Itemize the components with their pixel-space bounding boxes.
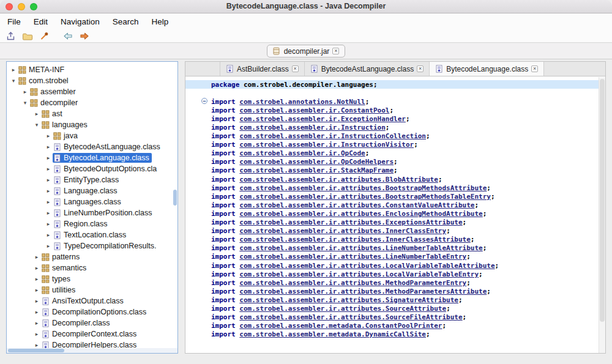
chevron-right-icon[interactable]: ▸ [44, 243, 53, 249]
jar-tab[interactable]: decompiler.jar × [267, 45, 346, 58]
chevron-right-icon[interactable]: ▸ [32, 342, 41, 348]
editor-tab-BytecodeLanguage.class[interactable]: BytecodeLanguage.class× [430, 62, 544, 76]
chevron-right-icon[interactable]: ▸ [44, 199, 53, 205]
tree-item-languages[interactable]: ▾languages [7, 119, 177, 130]
pin-icon[interactable] [38, 31, 50, 42]
menubar-item-edit[interactable]: Edit [34, 17, 48, 26]
chevron-right-icon[interactable]: ▸ [44, 221, 53, 227]
tree-vertical-scrollbar[interactable] [173, 190, 177, 206]
open-folder-icon[interactable] [21, 31, 33, 42]
scrollbar-thumb[interactable] [8, 349, 64, 352]
import-link[interactable]: com.strobel.assembler.ir.attributes.Sour… [239, 313, 462, 321]
import-link[interactable]: com.strobel.annotations.NotNull [239, 98, 365, 106]
chevron-right-icon[interactable]: ▸ [32, 254, 41, 260]
import-link[interactable]: com.strobel.assembler.ir.ConstantPool [239, 106, 389, 114]
tree-item-DecompilerContext.class[interactable]: ▸DecompilerContext.class [7, 329, 177, 340]
import-link[interactable]: com.strobel.assembler.ir.attributes.Boot… [239, 184, 487, 192]
chevron-down-icon[interactable]: ▾ [32, 122, 41, 128]
tree-item-TypeDecompilationResults.[interactable]: ▸TypeDecompilationResults. [7, 240, 177, 251]
chevron-right-icon[interactable]: ▸ [44, 177, 53, 183]
import-link[interactable]: com.strobel.assembler.ir.InstructionVisi… [239, 141, 414, 149]
import-link[interactable]: com.strobel.assembler.ir.attributes.Blob… [239, 176, 438, 184]
import-link[interactable]: com.strobel.assembler.ir.InstructionColl… [239, 132, 426, 140]
chevron-down-icon[interactable]: ▾ [9, 78, 18, 84]
close-icon[interactable]: × [332, 48, 339, 54]
close-window-button[interactable] [6, 3, 13, 10]
chevron-down-icon[interactable]: ▾ [21, 100, 29, 106]
import-link[interactable]: com.strobel.assembler.ir.Instruction [239, 124, 385, 132]
close-icon[interactable]: × [417, 65, 424, 72]
tree-item-META-INF[interactable]: ▸META-INF [7, 64, 177, 75]
import-link[interactable]: com.strobel.assembler.ir.OpCodeHelpers [239, 158, 394, 166]
tree-item-Region.class[interactable]: ▸Region.class [7, 218, 177, 229]
import-link[interactable]: com.strobel.assembler.ir.attributes.Inne… [239, 236, 471, 243]
import-link[interactable]: com.strobel.assembler.metadata.ConstantP… [239, 322, 442, 330]
import-link[interactable]: com.strobel.assembler.ir.OpCode [239, 149, 365, 157]
open-file-icon[interactable] [5, 31, 17, 42]
tree-item-java[interactable]: ▸java [7, 130, 177, 141]
close-icon[interactable]: × [292, 65, 299, 72]
import-link[interactable]: com.strobel.assembler.ir.attributes.Meth… [239, 288, 487, 295]
import-link[interactable]: com.strobel.assembler.ir.attributes.Line… [239, 244, 482, 252]
chevron-right-icon[interactable]: ▸ [21, 89, 29, 95]
editor-tab-AstBuilder.class[interactable]: AstBuilder.class× [220, 62, 305, 76]
import-link[interactable]: com.strobel.assembler.metadata.DynamicCa… [239, 330, 426, 338]
tree-item-TextLocation.class[interactable]: ▸TextLocation.class [7, 229, 177, 240]
chevron-right-icon[interactable]: ▸ [44, 144, 53, 150]
tree-item-assembler[interactable]: ▸assembler [7, 86, 177, 97]
import-link[interactable]: com.strobel.assembler.ir.attributes.Sign… [239, 296, 458, 304]
chevron-right-icon[interactable]: ▸ [32, 320, 41, 326]
chevron-right-icon[interactable]: ▸ [32, 276, 41, 282]
chevron-right-icon[interactable]: ▸ [44, 133, 53, 139]
editor-vertical-scrollbar[interactable] [599, 77, 605, 353]
tree-item-Languages.class[interactable]: ▸Languages.class [7, 196, 177, 207]
tree-item-DecompilationOptions.class[interactable]: ▸DecompilationOptions.class [7, 306, 177, 318]
import-link[interactable]: com.strobel.assembler.ir.attributes.Meth… [239, 279, 466, 287]
chevron-right-icon[interactable]: ▸ [44, 188, 53, 194]
chevron-right-icon[interactable]: ▸ [44, 155, 53, 161]
fold-collapse-icon[interactable]: − [201, 98, 207, 104]
tree-item-utilities[interactable]: ▸utilities [7, 284, 177, 295]
chevron-right-icon[interactable]: ▸ [32, 331, 41, 337]
chevron-right-icon[interactable]: ▸ [44, 210, 53, 216]
scrollbar-thumb[interactable] [600, 79, 605, 322]
import-link[interactable]: com.strobel.assembler.ir.attributes.Encl… [239, 210, 482, 218]
import-link[interactable]: com.strobel.assembler.ir.ExceptionHandle… [239, 115, 406, 123]
import-link[interactable]: com.strobel.assembler.ir.attributes.Loca… [239, 270, 479, 278]
import-link[interactable]: com.strobel.assembler.ir.attributes.Loca… [239, 262, 494, 270]
import-link[interactable]: com.strobel.assembler.ir.attributes.Cons… [239, 201, 474, 209]
tree-item-BytecodeOutputOptions.cla[interactable]: ▸BytecodeOutputOptions.cla [7, 163, 177, 174]
import-link[interactable]: com.strobel.assembler.ir.attributes.Exce… [239, 218, 462, 226]
import-link[interactable]: com.strobel.assembler.ir.StackMapFrame [239, 166, 394, 174]
tree-item-LineNumberPosition.class[interactable]: ▸LineNumberPosition.class [7, 207, 177, 218]
tree-item-BytecodeLanguage.class[interactable]: ▸BytecodeLanguage.class [7, 152, 177, 163]
editor-tab-BytecodeAstLanguage.class[interactable]: BytecodeAstLanguage.class× [305, 62, 430, 76]
tree-horizontal-scrollbar[interactable] [7, 348, 177, 353]
chevron-right-icon[interactable]: ▸ [44, 166, 53, 172]
import-link[interactable]: com.strobel.assembler.ir.attributes.Boot… [239, 193, 491, 201]
menubar-item-search[interactable]: Search [113, 17, 139, 26]
import-link[interactable]: com.strobel.assembler.ir.attributes.Sour… [239, 305, 446, 313]
chevron-right-icon[interactable]: ▸ [32, 309, 41, 315]
tree-item-patterns[interactable]: ▸patterns [7, 251, 177, 262]
zoom-window-button[interactable] [30, 3, 37, 10]
tree-item-AnsiTextOutput.class[interactable]: ▸AnsiTextOutput.class [7, 295, 177, 306]
close-icon[interactable]: × [531, 65, 538, 72]
tree-item-Language.class[interactable]: ▸Language.class [7, 185, 177, 196]
chevron-right-icon[interactable]: ▸ [32, 298, 41, 304]
chevron-right-icon[interactable]: ▸ [32, 111, 41, 117]
chevron-right-icon[interactable]: ▸ [32, 265, 41, 271]
chevron-right-icon[interactable]: ▸ [9, 67, 18, 73]
menubar-item-help[interactable]: Help [152, 17, 169, 26]
tree-item-semantics[interactable]: ▸semantics [7, 262, 177, 273]
code-area[interactable]: package com.strobel.decompiler.languages… [185, 77, 599, 353]
import-link[interactable]: com.strobel.assembler.ir.attributes.Inne… [239, 227, 446, 235]
import-link[interactable]: com.strobel.assembler.ir.attributes.Line… [239, 253, 466, 261]
tree-item-Decompiler.class[interactable]: ▸Decompiler.class [7, 318, 177, 329]
menubar-item-file[interactable]: File [7, 17, 21, 26]
chevron-right-icon[interactable]: ▸ [44, 232, 53, 238]
minimize-window-button[interactable] [18, 3, 25, 10]
tree-item-ast[interactable]: ▸ast [7, 108, 177, 119]
tree-item-com.strobel[interactable]: ▾com.strobel [7, 75, 177, 86]
tree-item-decompiler[interactable]: ▾decompiler [7, 97, 177, 108]
